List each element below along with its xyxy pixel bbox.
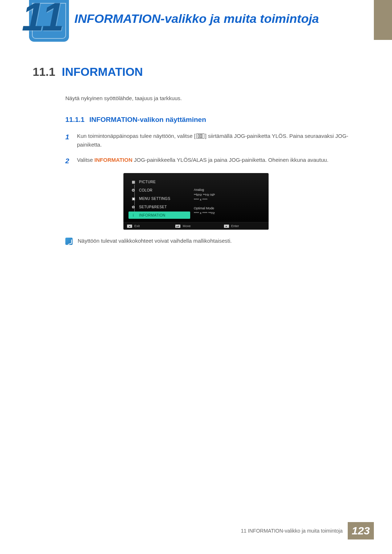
section-heading: 11.1 INFORMATION	[33, 65, 359, 79]
osd-move: ▴▾Move	[172, 222, 220, 230]
subsection-heading: 11.1.1 INFORMATION-valikon näyttäminen	[65, 116, 359, 124]
section-number: 11.1	[33, 65, 55, 79]
corner-accent	[374, 0, 392, 40]
page-content: 11.1 INFORMATION Näytä nykyinen syöttölä…	[33, 65, 359, 245]
move-key-icon: ▴▾	[175, 225, 180, 228]
step-item: 2 Valitse INFORMATION JOG-painikkeella Y…	[65, 156, 359, 167]
step-number: 1	[65, 132, 72, 149]
osd-info-line: Optimal Mode	[194, 206, 264, 211]
enter-key-icon: ▸	[224, 225, 229, 228]
osd-enter: ▸Enter	[220, 222, 269, 230]
osd-info-line: **** x **** **Hz	[194, 211, 264, 216]
osd-info-line: **kHz **Hz NP	[194, 193, 264, 198]
osd-item-menu-settings: ▣ MENU SETTINGS	[128, 195, 190, 202]
section-title: INFORMATION	[62, 65, 143, 79]
steps-list: 1 Kun toimintonäppäinopas tulee näyttöön…	[65, 132, 359, 167]
step-text-post: JOG-painikkeella YLÖS/ALAS ja paina JOG-…	[132, 157, 328, 163]
section-intro: Näytä nykyinen syöttölähde, taajuus ja t…	[65, 95, 359, 101]
osd-footer-label: Move	[183, 224, 191, 228]
osd-item-picture: ▦ PICTURE	[128, 178, 190, 185]
step-item: 1 Kun toimintonäppäinopas tulee näyttöön…	[65, 132, 359, 149]
page-number: 123	[348, 522, 374, 539]
osd-item-label: MENU SETTINGS	[139, 197, 170, 201]
step-number: 2	[65, 156, 72, 167]
info-icon: i	[131, 213, 136, 217]
osd-item-label: INFORMATION	[139, 213, 166, 217]
subsection-number: 11.1.1	[65, 116, 85, 123]
osd-footer-label: Exit	[134, 224, 140, 228]
osd-info-line: Analog	[194, 188, 264, 193]
back-key-icon: ◂	[127, 225, 132, 228]
osd-exit: ◂Exit	[123, 222, 172, 230]
osd-info-line: **** x ****	[194, 197, 264, 202]
note: Näyttöön tulevat valikkokohteet voivat v…	[65, 238, 359, 245]
step-text-pre: Valitse	[77, 157, 94, 163]
osd-item-label: SETUP&RESET	[139, 205, 167, 209]
picture-icon: ▦	[131, 180, 136, 184]
gear-icon: ✿	[131, 205, 136, 209]
osd-menu-list: ▦ PICTURE ❂ COLOR ▣ MENU SETTINGS ✿ SETU…	[128, 178, 190, 220]
osd-footer: ◂Exit ▴▾Move ▸Enter	[123, 222, 269, 230]
osd-item-information: i INFORMATION	[128, 212, 190, 219]
settings-icon: ▣	[131, 196, 136, 201]
osd-item-label: COLOR	[139, 188, 152, 192]
osd-footer-label: Enter	[231, 224, 239, 228]
step-text: Valitse INFORMATION JOG-painikkeella YLÖ…	[77, 156, 359, 167]
note-icon	[65, 238, 73, 245]
osd-item-setup-reset: ✿ SETUP&RESET	[128, 203, 190, 210]
keyword-highlight: INFORMATION	[94, 157, 132, 163]
osd-item-label: PICTURE	[139, 180, 156, 184]
osd-item-color: ❂ COLOR	[128, 186, 190, 194]
note-text: Näyttöön tulevat valikkokohteet voivat v…	[78, 238, 232, 244]
page-footer: 11 INFORMATION-valikko ja muita toiminto…	[241, 522, 374, 539]
step-text: Kun toimintonäppäinopas tulee näyttöön, …	[77, 132, 359, 149]
osd-menu-figure: ▦ PICTURE ❂ COLOR ▣ MENU SETTINGS ✿ SETU…	[123, 173, 269, 230]
menu-icon	[196, 134, 204, 139]
step-text-pre: Kun toimintonäppäinopas tulee näyttöön, …	[77, 133, 196, 139]
chapter-title: INFORMATION-valikko ja muita toimintoja	[74, 12, 319, 26]
chapter-number: 11	[22, 0, 62, 40]
subsection-title: INFORMATION-valikon näyttäminen	[89, 116, 206, 123]
footer-chapter-ref: 11 INFORMATION-valikko ja muita toiminto…	[241, 528, 348, 534]
color-icon: ❂	[131, 188, 136, 192]
osd-info-panel: Analog **kHz **Hz NP **** x **** Optimal…	[194, 178, 264, 220]
